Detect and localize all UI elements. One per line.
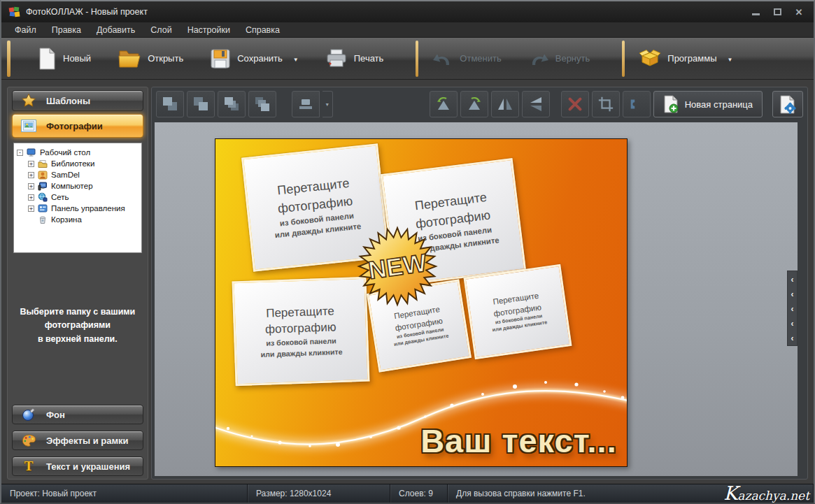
open-button[interactable]: Открыть: [113, 45, 187, 72]
save-button[interactable]: Сохранить: [206, 45, 303, 72]
menu-edit[interactable]: Правка: [44, 23, 89, 37]
tree-item-user[interactable]: + SamDel: [17, 169, 139, 180]
tree-label: Сеть: [51, 193, 69, 201]
expander-icon[interactable]: +: [28, 206, 34, 212]
programs-button[interactable]: Программы: [635, 45, 737, 72]
rotate-left-icon: [434, 95, 453, 113]
your-text-placeholder[interactable]: Ваш текст...: [420, 422, 617, 460]
tree-item-desktop[interactable]: - Рабочий стол: [17, 147, 139, 158]
expander-icon[interactable]: +: [28, 194, 34, 201]
send-backward-button[interactable]: [248, 91, 276, 117]
folder-tree: - Рабочий стол + Библиотеки: [13, 143, 142, 253]
text-t-icon: T: [20, 459, 38, 474]
open-folder-icon: [118, 48, 141, 69]
menu-file[interactable]: Файл: [7, 23, 44, 37]
menu-add[interactable]: Добавить: [89, 23, 143, 37]
page-settings-gear-icon: [779, 95, 796, 114]
page-settings-button[interactable]: [772, 91, 803, 117]
new-project-button[interactable]: Новый: [33, 45, 95, 73]
undo-button[interactable]: Отменить: [428, 46, 505, 71]
sidebar-tab-templates[interactable]: Шаблоны: [12, 90, 143, 111]
main-toolbar: Новый Открыть Сохранить: [1, 38, 814, 80]
watermark-k: K: [723, 484, 737, 503]
tree-item-computer[interactable]: + Компьютер: [17, 180, 139, 192]
sidebar-hint-area: Выберите папку с вашими фотографиями в в…: [12, 253, 143, 398]
bring-forward-button[interactable]: [218, 91, 246, 117]
bring-to-front-icon: [161, 95, 179, 113]
chevron-left-icon: [791, 287, 794, 300]
tree-item-control-panel[interactable]: + Панель управления: [17, 203, 139, 214]
redo-icon: [528, 49, 549, 69]
flip-horizontal-button[interactable]: [491, 91, 519, 117]
menu-help[interactable]: Справка: [238, 23, 288, 37]
toolbar-separator: [416, 41, 418, 77]
tree-label: Компьютер: [51, 182, 93, 190]
tree-label: Панель управления: [51, 204, 125, 213]
canvas-work-area[interactable]: Перетащите фотографию из боковой панели …: [155, 122, 798, 476]
crop-button[interactable]: [592, 91, 620, 117]
tree-label: SamDel: [51, 171, 80, 179]
panel-collapse-handle[interactable]: [787, 271, 798, 346]
align-icon: [297, 95, 315, 113]
menu-settings[interactable]: Настройки: [180, 23, 238, 37]
sidebar-tab-background[interactable]: Фон: [12, 405, 143, 424]
delete-button[interactable]: [561, 91, 589, 117]
close-icon[interactable]: [794, 7, 804, 17]
tab-photos-label: Фотографии: [46, 121, 103, 131]
menu-layer[interactable]: Слой: [143, 23, 179, 37]
status-project: Проект: Новый проект: [1, 484, 248, 503]
tree-item-libraries[interactable]: + Библиотеки: [17, 158, 139, 169]
sidebar-tab-text[interactable]: T Текст и украшения: [12, 456, 143, 476]
new-page-button[interactable]: Новая страница: [653, 91, 763, 117]
sidebar-tab-effects[interactable]: Эффекты и рамки: [12, 431, 143, 450]
send-backward-icon: [253, 95, 271, 113]
minimize-icon[interactable]: [751, 7, 760, 17]
photo-placeholder-card[interactable]: Перетащите фотографию из боковой панели …: [232, 277, 369, 387]
expander-icon[interactable]: +: [28, 172, 34, 178]
align-dropdown-icon[interactable]: [323, 91, 333, 117]
sidebar-tab-photos[interactable]: Фотографии: [12, 114, 143, 138]
tree-item-recycle-bin[interactable]: Корзина: [17, 214, 139, 225]
save-floppy-icon: [210, 48, 231, 69]
expander-icon[interactable]: +: [28, 183, 34, 189]
redo-label: Вернуть: [555, 53, 590, 64]
programs-dropdown-icon[interactable]: [728, 53, 733, 64]
canvas-panel: Новая страница: [151, 87, 808, 480]
save-dropdown-icon[interactable]: [293, 53, 299, 64]
canvas-toolbar: Новая страница: [152, 87, 807, 121]
programs-box-icon: [639, 48, 661, 69]
tab-templates-label: Шаблоны: [46, 96, 90, 106]
libraries-icon: [38, 159, 48, 168]
control-panel-icon: [38, 203, 48, 213]
rotate-left-button[interactable]: [430, 91, 458, 117]
bring-to-front-button[interactable]: [156, 91, 184, 117]
title-bar: ФотоКОЛЛАЖ - Новый проект: [1, 1, 814, 22]
content-area: Шаблоны Фотографии -: [1, 81, 814, 484]
status-layers: Слоев: 9: [390, 484, 448, 503]
redo-button[interactable]: Вернуть: [524, 46, 595, 71]
background-sphere-icon: [20, 408, 38, 422]
tree-label: Корзина: [51, 215, 82, 224]
new-document-icon: [37, 48, 57, 70]
collage-page[interactable]: Перетащите фотографию из боковой панели …: [215, 138, 628, 467]
print-button[interactable]: Печать: [321, 45, 388, 72]
placeholder-line: или дважды кликните: [260, 347, 343, 361]
maximize-icon[interactable]: [772, 7, 782, 17]
effects-button[interactable]: [623, 91, 651, 117]
computer-icon: [38, 181, 48, 191]
send-to-back-icon: [192, 95, 210, 113]
align-button[interactable]: [292, 91, 320, 117]
new-starburst-badge[interactable]: NEW: [357, 226, 438, 307]
send-to-back-button[interactable]: [187, 91, 215, 117]
expander-icon[interactable]: -: [17, 150, 23, 156]
print-label: Печать: [354, 53, 384, 64]
rotate-right-button[interactable]: [460, 91, 488, 117]
flip-vertical-button[interactable]: [522, 91, 550, 117]
printer-icon: [325, 48, 348, 69]
tree-item-network[interactable]: + Сеть: [17, 192, 139, 203]
recycle-bin-icon: [38, 215, 48, 224]
desktop-icon: [27, 147, 36, 157]
programs-label: Программы: [667, 53, 716, 64]
photo-placeholder-card[interactable]: Перетащите фотографию из боковой панели …: [463, 264, 572, 359]
expander-icon[interactable]: +: [28, 161, 34, 167]
